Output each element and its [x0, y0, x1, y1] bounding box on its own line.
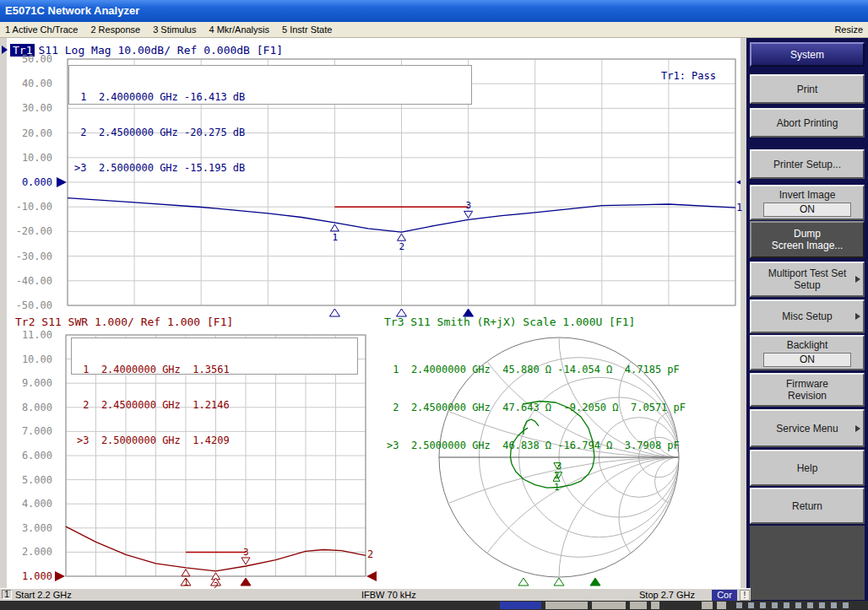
tr2-marker-row: 2 2.4500000 GHz 1.2146 — [77, 399, 357, 411]
menu-item-3[interactable]: 4 Mkr/Analysis — [209, 24, 269, 35]
marker-label: 3 — [466, 202, 472, 210]
tr2-stimulus-marker — [241, 578, 251, 586]
y-axis-tick: 8.000 — [0, 402, 52, 413]
print-button[interactable]: Print — [750, 74, 865, 104]
bottom-taskbar-strip — [0, 601, 868, 610]
y-axis-tick: -10.00 — [0, 201, 52, 213]
y-axis-tick: 6.000 — [0, 450, 52, 462]
menu-item-1[interactable]: 2 Response — [90, 24, 140, 35]
taskbar-segment — [702, 602, 713, 609]
clipped-text-fragment — [795, 602, 801, 608]
tr2-marker-row: 1 2.4000000 GHz 1.3561 — [77, 364, 357, 375]
return-button[interactable]: Return — [750, 488, 865, 524]
reference-level-arrow — [57, 177, 67, 187]
tr1-marker-row: >3 2.5000000 GHz -15.195 dB — [74, 162, 471, 174]
start-frequency: Start 2.2 GHz — [15, 590, 72, 600]
tr3-stimulus-marker — [554, 578, 564, 586]
service-menu-button[interactable]: Service Menu — [750, 409, 865, 447]
tr3-marker-row: 2 2.4500000 GHz 47.643 Ω -9.2050 Ω 7.057… — [387, 402, 686, 414]
y-axis-tick: 4.000 — [0, 498, 52, 510]
y-axis-tick: 10.00 — [0, 354, 52, 365]
y-axis-tick: -50.00 — [0, 300, 52, 311]
marker-label: 3 — [243, 548, 249, 557]
misc-setup-button[interactable]: Misc Setup — [750, 300, 865, 333]
multiport-test-set-setup-button[interactable]: Multiport Test SetSetup — [750, 262, 865, 297]
tr1-marker — [398, 234, 406, 240]
abort-printing-button[interactable]: Abort Printing — [750, 108, 865, 138]
tr2-marker — [182, 570, 190, 576]
y-axis-tick: 1.000 — [0, 570, 52, 582]
taskbar-segment — [592, 602, 626, 609]
firmware-revision-button[interactable]: FirmwareRevision — [750, 373, 865, 407]
tr3-stimulus-marker — [518, 578, 529, 586]
menu-item-2[interactable]: 3 Stimulus — [153, 24, 196, 35]
tr1-marker-table: 1 2.4000000 GHz -16.413 dB 2 2.4500000 G… — [68, 65, 472, 105]
taskbar-segment — [500, 602, 541, 609]
y-axis-tick: 0.000 — [0, 176, 52, 188]
clipped-text-fragment — [748, 602, 754, 608]
y-axis-tick: -20.00 — [0, 225, 52, 237]
printer-setup-button[interactable]: Printer Setup... — [750, 149, 865, 179]
y-axis-tick: 11.00 — [0, 329, 52, 341]
sidebar-empty-panel — [750, 526, 865, 600]
tr1-stimulus-marker — [329, 309, 339, 316]
instrument-display: Tr1S11 Log Mag 10.00dB/ Ref 0.000dB [F1]… — [0, 38, 746, 588]
y-axis-tick: -30.00 — [0, 251, 52, 262]
submenu-arrow-icon — [855, 425, 860, 432]
instrument-window: { "window": { "title": "E5071C Network A… — [0, 0, 868, 610]
backlight-toggle[interactable]: Backlight ON — [750, 335, 865, 370]
marker-label: 3 — [556, 462, 562, 471]
clipped-text-fragment — [807, 602, 813, 608]
taskbar-segment — [630, 602, 647, 609]
taskbar-segment — [651, 602, 659, 609]
y-axis-tick: 2.000 — [0, 546, 52, 558]
tr3-marker-table: 1 2.4000000 GHz 45.880 Ω -14.054 Ω 4.718… — [387, 338, 686, 478]
tr1-marker-row: 1 2.4000000 GHz -16.413 dB — [74, 91, 471, 103]
submenu-arrow-icon — [855, 313, 860, 320]
clipped-text-fragment — [843, 602, 849, 608]
y-axis-tick: 3.000 — [0, 522, 52, 534]
y-axis-tick: 20.00 — [0, 127, 52, 139]
window-title: E5071C Network Analyzer — [5, 4, 139, 17]
resize-button[interactable]: Resize — [834, 24, 863, 35]
reference-level-arrow — [366, 571, 377, 581]
submenu-arrow-icon — [855, 276, 860, 283]
tr3-stimulus-marker — [590, 578, 600, 586]
invert-image-state: ON — [763, 202, 851, 217]
tr1-marker-row: 2 2.4500000 GHz -20.275 dB — [74, 127, 471, 138]
tr3-header: Tr3 S11 Smith (R+jX) Scale 1.000U [F1] — [384, 316, 635, 328]
tr2-marker-table: 1 2.4000000 GHz 1.3561 2 2.4500000 GHz 1… — [71, 337, 358, 375]
channel-indicator: 1 — [2, 590, 12, 599]
menu-bar: 1 Active Ch/Trace2 Response3 Stimulus4 M… — [0, 22, 868, 38]
tr1-trace-end-label: 1 — [736, 202, 742, 213]
tr2-trace-end-label: 2 — [367, 548, 373, 560]
tr2-header: Tr2 S11 SWR 1.000/ Ref 1.000 [F1] — [15, 316, 233, 328]
menu-items: 1 Active Ch/Trace2 Response3 Stimulus4 M… — [5, 24, 332, 35]
taskbar-segment — [545, 602, 588, 609]
backlight-state: ON — [763, 353, 851, 367]
clipped-text-fragment — [819, 602, 825, 608]
clipped-text-fragment — [760, 602, 766, 608]
status-bar: 1 Start 2.2 GHz IFBW 70 kHz Stop 2.7 GHz… — [0, 588, 751, 601]
tr2-marker — [241, 558, 250, 564]
menu-item-4[interactable]: 5 Instr State — [282, 24, 332, 35]
reference-level-arrow — [55, 571, 65, 581]
marker-label: 1 — [554, 483, 560, 492]
ifbw-readout: IFBW 70 kHz — [361, 590, 416, 600]
tr3-marker-row: >3 2.5000000 GHz 46.838 Ω -16.794 Ω 3.79… — [387, 440, 686, 452]
window-titlebar: E5071C Network Analyzer — [0, 0, 868, 22]
alert-badge: ! — [740, 590, 750, 601]
marker-label: 1 — [332, 234, 338, 242]
dump-screen-image-button[interactable]: DumpScreen Image... — [750, 221, 865, 258]
softkey-menu-title: System — [750, 42, 865, 67]
menu-item-0[interactable]: 1 Active Ch/Trace — [5, 24, 78, 35]
y-axis-tick: 7.000 — [0, 425, 52, 437]
marker-label: 2 — [554, 472, 560, 480]
marker-label: 2 — [399, 243, 405, 251]
screen-right-border — [741, 38, 746, 588]
help-button[interactable]: Help — [750, 450, 865, 486]
y-axis-tick: 30.00 — [0, 102, 52, 114]
tr1-header-text: S11 Log Mag 10.00dB/ Ref 0.000dB [F1] — [38, 44, 283, 57]
invert-image-toggle[interactable]: Invert Image ON — [750, 185, 865, 220]
y-axis-tick: 10.00 — [0, 152, 52, 164]
